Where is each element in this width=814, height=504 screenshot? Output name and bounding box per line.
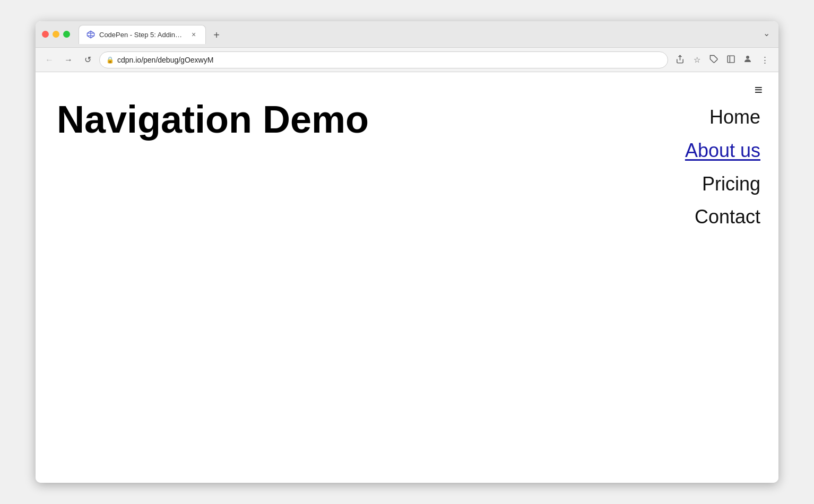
svg-rect-6 xyxy=(728,56,734,63)
nav-link-pricing[interactable]: Pricing xyxy=(700,168,763,201)
share-button[interactable] xyxy=(672,53,687,67)
minimize-button[interactable] xyxy=(53,31,59,38)
nav-links: HomeAbout usPricingContact xyxy=(683,101,763,234)
forward-icon: → xyxy=(64,55,73,65)
forward-button[interactable]: → xyxy=(61,53,76,67)
nav-menu: ≡ HomeAbout usPricingContact xyxy=(683,83,763,234)
page-title: Navigation Demo xyxy=(57,99,757,141)
active-tab[interactable]: CodePen - Step 5: Adding a bu × xyxy=(79,25,206,44)
nav-link-contact[interactable]: Contact xyxy=(692,201,763,234)
reload-button[interactable]: ↺ xyxy=(80,53,95,67)
hamburger-icon[interactable]: ≡ xyxy=(755,83,763,97)
new-tab-button[interactable]: + xyxy=(209,28,224,43)
tab-overflow-button[interactable]: ⌄ xyxy=(761,26,772,40)
bookmark-button[interactable]: ☆ xyxy=(689,53,704,67)
nav-link-home[interactable]: Home xyxy=(707,101,763,134)
tab-title: CodePen - Step 5: Adding a bu xyxy=(99,31,185,39)
traffic-lights xyxy=(42,31,70,38)
main-content: Navigation Demo xyxy=(36,72,778,483)
sidebar-button[interactable] xyxy=(723,53,738,67)
title-bar: CodePen - Step 5: Adding a bu × + ⌄ xyxy=(36,21,778,48)
page-content: Navigation Demo ≡ HomeAbout usPricingCon… xyxy=(36,72,778,483)
back-icon: ← xyxy=(45,55,54,65)
browser-window: CodePen - Step 5: Adding a bu × + ⌄ ← → … xyxy=(36,21,778,483)
more-icon: ⋮ xyxy=(761,55,769,65)
svg-point-8 xyxy=(746,56,749,59)
extensions-button[interactable] xyxy=(706,53,721,67)
tabs-area: CodePen - Step 5: Adding a bu × + xyxy=(79,25,757,44)
nav-actions: ☆ xyxy=(672,53,772,67)
sidebar-icon xyxy=(726,55,735,65)
reload-icon: ↺ xyxy=(84,55,91,65)
close-button[interactable] xyxy=(42,31,49,38)
share-icon xyxy=(676,55,685,65)
nav-bar: ← → ↺ 🔒 cdpn.io/pen/debug/gOexwyM xyxy=(36,48,778,72)
maximize-button[interactable] xyxy=(63,31,70,38)
address-bar[interactable]: 🔒 cdpn.io/pen/debug/gOexwyM xyxy=(99,51,668,68)
profile-icon xyxy=(743,54,752,65)
address-text: cdpn.io/pen/debug/gOexwyM xyxy=(117,56,661,64)
back-button[interactable]: ← xyxy=(42,53,57,67)
codepen-icon xyxy=(86,30,95,39)
more-button[interactable]: ⋮ xyxy=(757,53,772,67)
profile-button[interactable] xyxy=(740,53,755,67)
bookmark-icon: ☆ xyxy=(694,55,700,65)
lock-icon: 🔒 xyxy=(106,56,114,64)
puzzle-icon xyxy=(709,55,718,65)
nav-link-about-us[interactable]: About us xyxy=(683,134,763,168)
tab-close-button[interactable]: × xyxy=(189,30,198,39)
